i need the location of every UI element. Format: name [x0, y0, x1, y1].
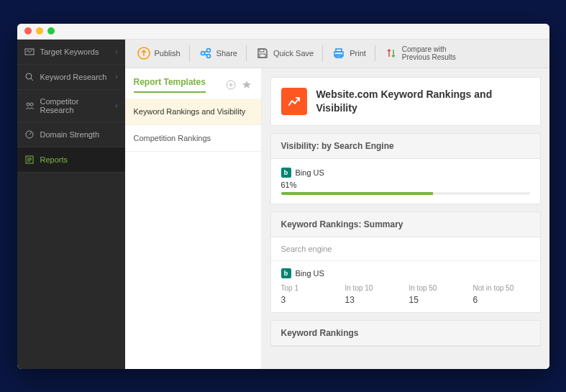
sidebar-item-label: Keyword Research: [40, 73, 107, 81]
bing-icon: b: [281, 168, 291, 178]
svg-point-14: [206, 55, 210, 58]
svg-point-3: [27, 103, 29, 106]
sidebar-item-label: Target Keywords: [40, 47, 99, 56]
progress-fill: [281, 192, 433, 195]
print-button[interactable]: Print: [327, 43, 370, 63]
button-label: Quick Save: [273, 49, 314, 58]
rankings-section: Keyword Rankings: [270, 320, 541, 347]
separator: [246, 45, 247, 61]
svg-line-15: [204, 51, 207, 53]
button-label: Compare with Previous Results: [402, 45, 456, 61]
separator: [322, 45, 323, 61]
sidebar: Target Keywords › Keyword Research › Com…: [17, 40, 125, 369]
progress-bar: [281, 192, 530, 195]
rank-value: 6: [473, 295, 530, 305]
rank-value: 13: [345, 295, 402, 305]
minimize-icon[interactable]: [36, 27, 43, 35]
template-item-keyword-rankings[interactable]: Keyword Rankings and Visibility: [125, 99, 261, 125]
templates-header: Report Templates: [125, 68, 261, 99]
templates-title: Report Templates: [134, 77, 206, 93]
section-title: Keyword Rankings: [271, 321, 540, 346]
sidebar-item-domain-strength[interactable]: Domain Strength: [17, 122, 125, 147]
rank-value: 15: [409, 295, 466, 305]
button-label: Print: [350, 49, 366, 58]
svg-rect-0: [25, 49, 34, 55]
svg-point-4: [30, 103, 33, 106]
engine-row: b Bing US: [281, 168, 530, 178]
app-window: Target Keywords › Keyword Research › Com…: [17, 24, 549, 369]
separator: [189, 45, 190, 61]
main: Publish Share Quick Save Print: [125, 40, 549, 369]
app-body: Target Keywords › Keyword Research › Com…: [17, 40, 549, 369]
engine-row: b Bing US: [281, 268, 530, 278]
close-icon[interactable]: [24, 27, 32, 35]
compare-button[interactable]: Compare with Previous Results: [380, 42, 460, 64]
button-label: Publish: [155, 49, 181, 58]
sidebar-item-label: Domain Strength: [40, 130, 100, 139]
report-title: Website.com Keyword Rankings and Visibil…: [316, 88, 529, 114]
svg-point-13: [206, 49, 210, 53]
svg-line-2: [31, 78, 33, 81]
save-icon: [255, 46, 270, 60]
people-icon: [24, 101, 35, 111]
svg-line-6: [29, 132, 32, 135]
rank-col-label: Top 1: [281, 284, 338, 292]
rank-col-label: In top 50: [409, 284, 466, 292]
toolbar: Publish Share Quick Save Print: [125, 40, 549, 68]
rank-col-label: In top 10: [345, 284, 402, 292]
visibility-percent: 61%: [281, 181, 530, 189]
template-label: Competition Rankings: [134, 134, 211, 142]
share-icon: [198, 46, 213, 60]
summary-subhead: Search engine: [271, 237, 540, 261]
sidebar-item-label: Competitor Research: [40, 97, 110, 114]
summary-section: Keyword Rankings: Summary Search engine …: [270, 211, 541, 313]
separator: [375, 45, 375, 61]
sidebar-item-label: Reports: [40, 155, 68, 164]
add-template-button[interactable]: [225, 79, 237, 91]
svg-point-1: [26, 73, 32, 79]
template-label: Keyword Rankings and Visibility: [134, 107, 246, 116]
titlebar: [17, 24, 549, 40]
sidebar-item-keyword-research[interactable]: Keyword Research ›: [17, 65, 125, 90]
rank-col-label: Not in top 50: [473, 284, 530, 292]
rank-value: 3: [281, 295, 338, 305]
gauge-icon: [24, 129, 35, 140]
favorite-button[interactable]: [241, 79, 252, 91]
reports-icon: [24, 155, 35, 165]
templates-panel: Report Templates Keyword Rankings and Vi…: [125, 68, 262, 369]
search-icon: [24, 72, 35, 82]
report-panel: Website.com Keyword Rankings and Visibil…: [262, 68, 549, 369]
engine-label: Bing US: [296, 269, 324, 278]
quick-save-button[interactable]: Quick Save: [251, 43, 318, 63]
chevron-right-icon: ›: [115, 47, 117, 55]
compare-icon: [384, 46, 398, 60]
bing-icon: b: [281, 268, 291, 278]
report-header: Website.com Keyword Rankings and Visibil…: [270, 77, 541, 126]
sidebar-item-reports[interactable]: Reports: [17, 147, 125, 173]
report-logo-icon: [281, 88, 308, 115]
chevron-right-icon: ›: [115, 73, 117, 81]
engine-label: Bing US: [296, 168, 324, 177]
target-icon: [24, 47, 35, 57]
content: Report Templates Keyword Rankings and Vi…: [125, 68, 549, 369]
section-title: Visibility: by Search Engine: [271, 134, 540, 159]
rank-grid: Top 1 In top 10 In top 50 Not in top 50 …: [281, 284, 530, 305]
publish-button[interactable]: Publish: [132, 43, 185, 63]
svg-point-12: [201, 52, 204, 55]
chevron-right-icon: ›: [115, 101, 117, 109]
svg-rect-20: [336, 49, 342, 52]
sidebar-item-target-keywords[interactable]: Target Keywords ›: [17, 40, 125, 65]
share-button[interactable]: Share: [194, 43, 242, 63]
button-label: Share: [216, 49, 237, 58]
section-title: Keyword Rankings: Summary: [271, 212, 540, 237]
svg-line-16: [204, 54, 207, 55]
sidebar-item-competitor-research[interactable]: Competitor Research ›: [17, 90, 125, 122]
upload-icon: [137, 46, 151, 60]
template-item-competition-rankings[interactable]: Competition Rankings: [125, 125, 261, 152]
maximize-icon[interactable]: [47, 27, 55, 35]
print-icon: [332, 46, 346, 60]
visibility-section: Visibility: by Search Engine b Bing US 6…: [270, 133, 541, 204]
